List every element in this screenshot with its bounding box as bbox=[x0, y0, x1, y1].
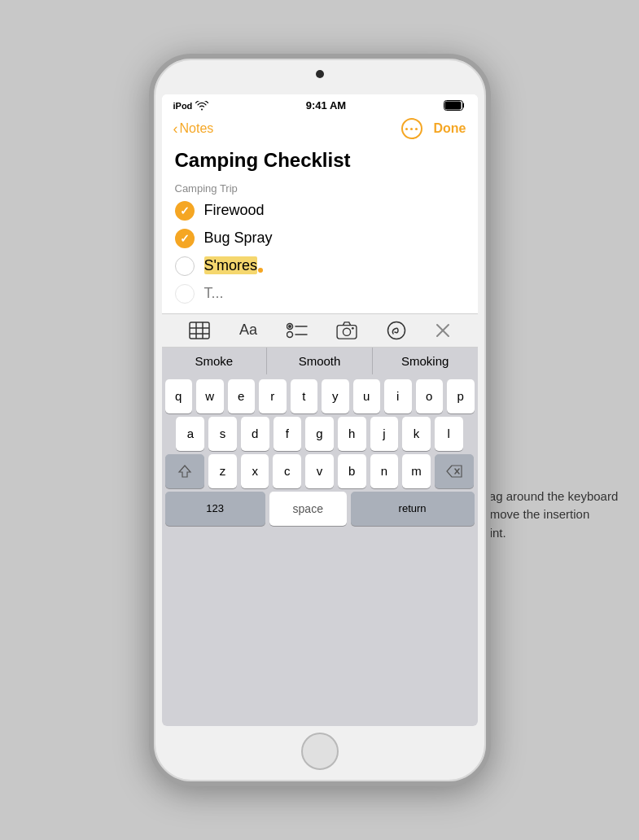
key-k[interactable]: k bbox=[402, 417, 431, 451]
key-a[interactable]: a bbox=[176, 417, 204, 451]
key-m[interactable]: m bbox=[402, 454, 431, 488]
checkbox-firewood[interactable]: ✓ bbox=[175, 201, 195, 221]
key-n[interactable]: n bbox=[370, 454, 399, 488]
svg-point-15 bbox=[387, 322, 405, 339]
key-numbers[interactable]: 123 bbox=[165, 492, 265, 526]
autocorrect-smoking[interactable]: Smoking bbox=[373, 348, 478, 374]
key-delete[interactable] bbox=[435, 454, 475, 488]
svg-rect-2 bbox=[190, 322, 209, 339]
keyboard-row-2: a s d f g h j k l bbox=[165, 417, 475, 451]
key-o[interactable]: o bbox=[416, 379, 444, 413]
key-f[interactable]: f bbox=[274, 417, 302, 451]
more-dots-icon bbox=[405, 128, 418, 130]
device: iPod 9:41 AM bbox=[149, 54, 491, 786]
nav-actions: Done bbox=[401, 118, 466, 139]
keyboard-row-3: z x c v b n m bbox=[165, 454, 475, 488]
camera-dot bbox=[316, 70, 324, 78]
item-text-partial: T... bbox=[204, 285, 224, 302]
item-text-smores: S'mores bbox=[204, 257, 263, 274]
key-w[interactable]: w bbox=[196, 379, 224, 413]
back-label: Notes bbox=[180, 121, 214, 136]
svg-point-14 bbox=[352, 327, 354, 330]
svg-rect-12 bbox=[337, 325, 357, 339]
table-button[interactable] bbox=[189, 322, 210, 339]
key-s[interactable]: s bbox=[208, 417, 237, 451]
checkbox-partial bbox=[175, 284, 195, 304]
close-toolbar-button[interactable] bbox=[435, 323, 450, 338]
delete-icon bbox=[446, 465, 462, 478]
key-return[interactable]: return bbox=[351, 492, 475, 526]
key-v[interactable]: v bbox=[305, 454, 334, 488]
key-r[interactable]: r bbox=[259, 379, 287, 413]
format-text-button[interactable]: Aa bbox=[239, 322, 257, 339]
key-d[interactable]: d bbox=[241, 417, 269, 451]
item-text-bugspray: Bug Spray bbox=[204, 230, 273, 247]
done-button[interactable]: Done bbox=[434, 121, 466, 136]
cursor-dot bbox=[258, 268, 263, 273]
status-left: iPod bbox=[173, 101, 209, 111]
annotation-text: Drag around the keyboard to move the ins… bbox=[476, 488, 623, 543]
camera-button[interactable] bbox=[336, 322, 357, 339]
close-icon bbox=[435, 323, 450, 338]
checklist-item-smores[interactable]: S'mores bbox=[175, 256, 465, 276]
home-button[interactable] bbox=[301, 733, 339, 770]
key-q[interactable]: q bbox=[165, 379, 193, 413]
checklist-item-firewood[interactable]: ✓ Firewood bbox=[175, 201, 465, 221]
status-bar: iPod 9:41 AM bbox=[162, 94, 478, 115]
key-b[interactable]: b bbox=[338, 454, 366, 488]
checkbox-bugspray[interactable]: ✓ bbox=[175, 229, 195, 248]
key-h[interactable]: h bbox=[338, 417, 366, 451]
markup-icon bbox=[387, 321, 406, 340]
screen: iPod 9:41 AM bbox=[162, 94, 478, 726]
key-g[interactable]: g bbox=[305, 417, 334, 451]
key-l[interactable]: l bbox=[435, 417, 463, 451]
device-wrapper: Drag around the keyboard to move the ins… bbox=[0, 0, 639, 840]
back-chevron-icon: ‹ bbox=[173, 121, 178, 136]
note-title: Camping Checklist bbox=[175, 149, 465, 173]
camera-icon bbox=[336, 322, 357, 339]
autocorrect-smoke[interactable]: Smoke bbox=[162, 348, 268, 374]
formatting-toolbar: Aa bbox=[162, 313, 478, 348]
table-icon bbox=[189, 322, 210, 339]
checklist-item-bugspray[interactable]: ✓ Bug Spray bbox=[175, 229, 465, 248]
shift-icon bbox=[177, 464, 192, 479]
wifi-icon bbox=[195, 101, 208, 111]
key-y[interactable]: y bbox=[322, 379, 349, 413]
checklist-button[interactable] bbox=[287, 322, 308, 339]
key-p[interactable]: p bbox=[447, 379, 475, 413]
autocorrect-smooth[interactable]: Smooth bbox=[267, 348, 373, 374]
checklist-item-partial: T... bbox=[175, 284, 465, 304]
section-label: Camping Trip bbox=[175, 182, 465, 195]
format-text-icon: Aa bbox=[239, 322, 257, 339]
autocorrect-bar: Smoke Smooth Smoking bbox=[162, 348, 478, 374]
key-t[interactable]: t bbox=[291, 379, 318, 413]
keyboard[interactable]: q w e r t y u i o p a s d f g bbox=[162, 374, 478, 726]
item-text-firewood: Firewood bbox=[204, 202, 265, 219]
key-u[interactable]: u bbox=[353, 379, 381, 413]
nav-bar: ‹ Notes Done bbox=[162, 115, 478, 146]
status-right bbox=[444, 100, 466, 111]
svg-point-10 bbox=[287, 331, 292, 337]
key-c[interactable]: c bbox=[273, 454, 301, 488]
svg-point-13 bbox=[344, 328, 351, 335]
checkbox-smores[interactable] bbox=[175, 256, 195, 276]
carrier-label: iPod bbox=[173, 101, 193, 111]
key-i[interactable]: i bbox=[384, 379, 412, 413]
battery-icon bbox=[444, 100, 466, 111]
more-button[interactable] bbox=[401, 118, 422, 139]
back-button[interactable]: ‹ Notes bbox=[173, 121, 214, 136]
checklist-icon bbox=[287, 322, 308, 339]
key-z[interactable]: z bbox=[208, 454, 237, 488]
keyboard-row-1: q w e r t y u i o p bbox=[165, 379, 475, 413]
keyboard-row-4: 123 space return bbox=[165, 492, 475, 526]
checkmark-icon: ✓ bbox=[180, 233, 190, 244]
note-content: Camping Checklist Camping Trip ✓ Firewoo… bbox=[162, 146, 478, 313]
key-j[interactable]: j bbox=[370, 417, 399, 451]
key-e[interactable]: e bbox=[228, 379, 256, 413]
svg-point-8 bbox=[288, 325, 291, 328]
key-x[interactable]: x bbox=[241, 454, 269, 488]
markup-button[interactable] bbox=[387, 321, 406, 340]
key-shift[interactable] bbox=[165, 454, 205, 488]
key-space[interactable]: space bbox=[269, 492, 347, 526]
time-label: 9:41 AM bbox=[306, 99, 346, 112]
